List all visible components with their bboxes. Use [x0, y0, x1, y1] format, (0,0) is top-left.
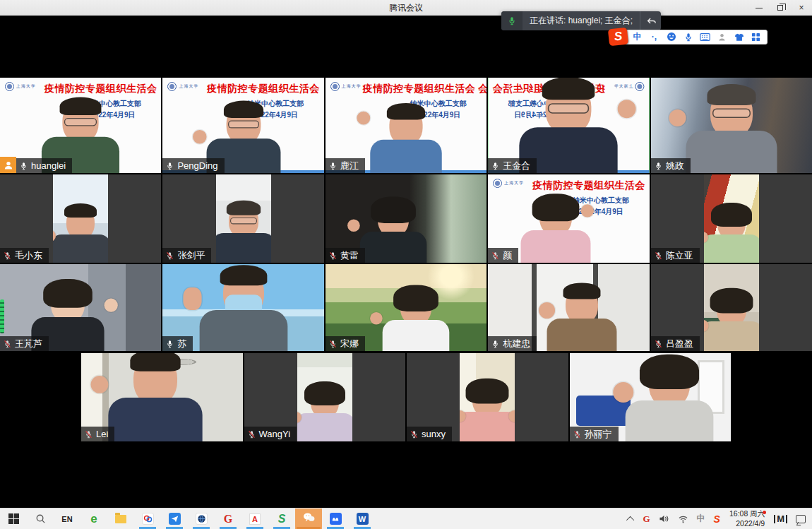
paper-plane-icon: [169, 513, 181, 525]
taskbar-wps[interactable]: S: [268, 509, 295, 529]
mic-muted-icon: [329, 340, 337, 348]
participant-name: 鹿江: [340, 161, 359, 170]
participant-label: 宋娜: [326, 336, 365, 351]
start-button[interactable]: [0, 509, 27, 529]
slide-title: 疫情防控专题组织生活会: [0, 83, 157, 95]
search-button[interactable]: [27, 509, 54, 529]
video-tile-chenliya[interactable]: 陈立亚: [651, 174, 812, 263]
close-icon: ×: [799, 3, 804, 13]
network-signal-icon: [678, 514, 688, 523]
participant-avatar: [370, 103, 441, 173]
participant-avatar: [521, 194, 591, 263]
ime-emoji-icon[interactable]: [666, 32, 676, 42]
video-tile-wangyi[interactable]: WangYi: [244, 353, 406, 441]
video-tile-huanglei2[interactable]: 黄雷: [326, 174, 486, 263]
ime-passport-icon[interactable]: [717, 32, 727, 42]
video-tile-pengding[interactable]: 上海大学 疫情防控专题组织生活会 纳米中心教工支部 2022年4月9日 Peng…: [162, 78, 323, 173]
system-tray: G 中 S 16:08 周六 2022/4/9 M: [625, 509, 812, 529]
tray-sogou[interactable]: S: [710, 509, 724, 529]
window-title: 腾讯会议: [389, 2, 423, 14]
circles-app-icon: [142, 513, 154, 525]
meeting-canvas: 上海大学 疫情防控专题组织生活会 纳米中心教工支部 2022年4月9日 huan…: [0, 16, 812, 508]
video-tile-lei[interactable]: Lei: [81, 353, 243, 441]
participant-avatar: [704, 288, 759, 351]
taskbar-acrobat[interactable]: A: [241, 509, 268, 529]
taskbar-word[interactable]: W: [349, 509, 376, 529]
screen: 腾讯会议 × 上海大学 疫情防控专题组织生活会 纳米中心教工支部 2022年4月…: [0, 0, 812, 529]
taskbar-globe-app[interactable]: [188, 509, 215, 529]
video-tile-yan[interactable]: 上海大学 疫情防控专题组织生活会 纳米中心教工支部 2022年4月9日 颜: [488, 174, 649, 263]
participant-name: 陈立亚: [666, 251, 693, 260]
language-indicator[interactable]: EN: [54, 509, 80, 529]
window-titlebar: 腾讯会议 ×: [0, 0, 812, 16]
video-tile-wangjinhe[interactable]: 上海大学 疫情防控专题组织生活会 纳米中心教工支部 2022年4月9日 王金合: [488, 78, 649, 173]
video-tile-wangpenglu[interactable]: 王芃芦: [0, 264, 161, 351]
video-tile-huanglei[interactable]: 上海大学 疫情防控专题组织生活会 纳米中心教工支部 2022年4月9日 huan…: [0, 78, 161, 173]
taskbar-wechat[interactable]: [295, 509, 322, 529]
video-tile-sunlining[interactable]: 孙丽宁: [570, 353, 732, 441]
taskbar-tencent-meeting[interactable]: [322, 509, 349, 529]
mic-muted-icon: [4, 340, 11, 348]
portrait-video: [460, 353, 515, 441]
ime-keyboard-icon[interactable]: [700, 32, 710, 42]
tray-ime-chinese[interactable]: 中: [693, 509, 709, 529]
wechat-icon: [303, 512, 315, 525]
ime-punctuation-icon[interactable]: ·,: [649, 32, 659, 42]
participant-name: 黄雷: [340, 251, 359, 260]
ime-voice-icon[interactable]: [683, 32, 693, 42]
video-tile-su[interactable]: 苏: [162, 264, 323, 351]
tray-expand-button[interactable]: [625, 509, 638, 529]
mic-on-icon: [491, 162, 499, 170]
tray-ime-mode[interactable]: M: [770, 509, 791, 529]
taskbar-clock[interactable]: 16:08 周六 2022/4/9: [725, 509, 769, 528]
participant-name: 吕盈盈: [666, 339, 693, 348]
mic-muted-icon: [4, 251, 11, 260]
mic-muted-icon: [410, 430, 418, 439]
video-tile-sunxy[interactable]: sunxy: [407, 353, 568, 441]
participant-avatar: [108, 353, 202, 441]
action-center-button[interactable]: [792, 509, 809, 529]
audio-level-indicator: [0, 299, 4, 333]
restore-icon: [777, 5, 783, 11]
minimize-button[interactable]: [748, 0, 770, 16]
speaking-toast: 正在讲话: huanglei; 王金合;: [501, 11, 661, 30]
tray-network[interactable]: [674, 509, 692, 529]
video-tile-hangjianzhong[interactable]: 杭建忠: [488, 264, 649, 351]
minimize-icon: [756, 8, 763, 8]
participant-avatar: [216, 201, 271, 263]
video-tile-maoxiaodong[interactable]: 毛小东: [0, 174, 161, 263]
video-tile-songna[interactable]: 宋娜: [326, 264, 486, 351]
video-tile-lvyingying[interactable]: 吕盈盈: [651, 264, 812, 351]
video-tile-zhangjianping[interactable]: 张剑平: [162, 174, 323, 263]
video-tile-yaozheng[interactable]: 姚政: [651, 78, 812, 173]
mic-on-icon: [329, 162, 337, 170]
participant-avatar: [359, 197, 426, 263]
restore-button[interactable]: [770, 0, 791, 16]
participant-name: 张剑平: [177, 251, 205, 260]
participant-avatar: [626, 355, 714, 441]
video-row-3: 王芃芦 苏 宋娜 杭建: [0, 264, 812, 351]
taskbar-circles-app[interactable]: [134, 509, 161, 529]
taskbar-ie-browser[interactable]: e: [80, 509, 107, 529]
search-icon: [35, 513, 46, 524]
taskbar-messenger-app[interactable]: [161, 509, 188, 529]
undo-arrow-icon[interactable]: [640, 11, 661, 30]
participant-label: PengDing: [162, 158, 224, 173]
sogou-logo-icon[interactable]: S: [608, 28, 628, 47]
taskbar-file-explorer[interactable]: [107, 509, 134, 529]
speaker-icon: [659, 514, 669, 523]
participant-label: 陈立亚: [651, 248, 700, 263]
ime-skin-icon[interactable]: [734, 32, 744, 42]
ime-chinese-mode-icon[interactable]: 中: [632, 32, 643, 42]
word-icon: W: [357, 513, 369, 525]
mic-muted-icon: [655, 251, 662, 260]
taskbar-g-browser[interactable]: G: [215, 509, 241, 529]
ime-toolbox-icon[interactable]: [751, 32, 761, 42]
participant-avatar: [382, 285, 449, 352]
video-tile-lujiang[interactable]: 上海大学 疫情防控专题组织生活会 会 纳米中心教工支部 2022年4月9日 鹿江: [326, 78, 486, 173]
tray-volume[interactable]: [655, 509, 673, 529]
mic-on-icon: [491, 340, 499, 348]
close-button[interactable]: ×: [791, 0, 812, 16]
participant-name: 杭建忠: [503, 339, 530, 348]
tray-g-app[interactable]: G: [639, 509, 653, 529]
